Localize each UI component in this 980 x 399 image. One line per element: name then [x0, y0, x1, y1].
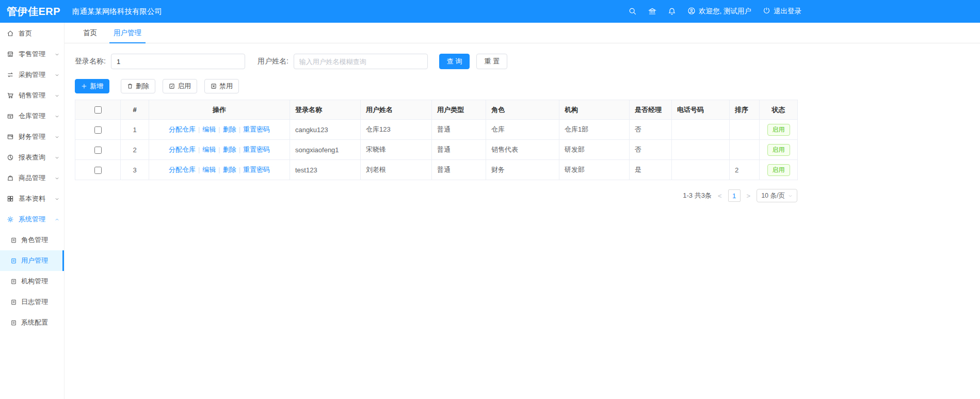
select-all-checkbox[interactable]: [94, 106, 102, 114]
sidebar-item-retail[interactable]: 零售管理: [0, 44, 64, 65]
sidebar-item-system-config[interactable]: 系统配置: [0, 312, 64, 333]
delete-link[interactable]: 删除: [223, 166, 236, 173]
sidebar-item-home[interactable]: 首页: [0, 23, 64, 44]
cell-type: 普通: [432, 160, 486, 180]
box-icon: [7, 113, 14, 120]
delete-button-label: 删除: [136, 82, 149, 91]
page-size-value: 10 条/页: [761, 191, 785, 200]
link-separator: |: [239, 125, 240, 133]
user-table-wrap: # 操作 登录名称 用户姓名 用户类型 角色 机构 是否经理 电话号码 排序 状…: [75, 100, 970, 180]
search-icon[interactable]: [629, 7, 637, 15]
logout-button[interactable]: 退出登录: [763, 7, 801, 16]
sidebar-item-warehouse[interactable]: 仓库管理: [0, 106, 64, 126]
sidebar-item-log-management[interactable]: 日志管理: [0, 292, 64, 312]
table-header-row: # 操作 登录名称 用户姓名 用户类型 角色 机构 是否经理 电话号码 排序 状…: [75, 100, 798, 120]
edit-link[interactable]: 编辑: [202, 166, 216, 173]
assign-warehouse-link[interactable]: 分配仓库: [169, 146, 196, 153]
sidebar-item-label: 日志管理: [21, 297, 48, 307]
pie-chart-icon: [7, 154, 14, 161]
sidebar-item-purchase[interactable]: 采购管理: [0, 65, 64, 85]
trash-icon: [127, 83, 133, 89]
prev-page-button[interactable]: <: [717, 192, 723, 200]
chevron-down-icon: [55, 135, 59, 139]
sidebar-item-basic-data[interactable]: 基本资料: [0, 188, 64, 209]
row-checkbox[interactable]: [94, 126, 102, 134]
link-separator: |: [198, 146, 200, 153]
status-badge: 启用: [767, 164, 790, 176]
status-badge: 启用: [767, 144, 790, 156]
welcome-text: 欢迎您, 测试用户: [699, 7, 751, 16]
col-sort: 排序: [730, 100, 760, 120]
current-page-button[interactable]: 1: [728, 189, 741, 202]
sidebar-item-label: 用户管理: [21, 256, 48, 265]
col-role: 角色: [486, 100, 559, 120]
col-manager: 是否经理: [630, 100, 672, 120]
sidebar-item-sales[interactable]: 销售管理: [0, 85, 64, 106]
user-name-input[interactable]: [294, 54, 428, 69]
table-row: 2 分配仓库|编辑|删除|重置密码 songxiaofeng1 宋晓锋 普通 销…: [75, 140, 798, 160]
table-row: 3 分配仓库|编辑|删除|重置密码 test123 刘老根 普通 财务 研发部 …: [75, 160, 798, 180]
bank-icon[interactable]: [648, 7, 656, 15]
sidebar-item-label: 财务管理: [19, 132, 45, 141]
sidebar-item-user-management[interactable]: 用户管理: [0, 250, 64, 271]
next-page-button[interactable]: >: [746, 192, 752, 200]
tab-home[interactable]: 首页: [75, 23, 105, 43]
disable-button-label: 禁用: [219, 82, 233, 91]
logout-text: 退出登录: [774, 7, 801, 16]
delete-link[interactable]: 删除: [223, 146, 236, 153]
sidebar-item-org-management[interactable]: 机构管理: [0, 271, 64, 292]
reset-button[interactable]: 重 置: [476, 54, 507, 69]
search-button[interactable]: 查 询: [439, 54, 470, 69]
link-separator: |: [239, 166, 240, 173]
page-size-select[interactable]: 10 条/页: [757, 189, 797, 202]
reset-password-link[interactable]: 重置密码: [243, 166, 270, 173]
user-name-label: 用户姓名:: [258, 57, 288, 66]
cell-phone: [672, 160, 730, 180]
add-button-label: 新增: [90, 82, 103, 91]
sidebar: 首页 零售管理 采购管理 销售管理: [0, 23, 65, 399]
edit-link[interactable]: 编辑: [202, 125, 216, 133]
bell-icon[interactable]: [668, 7, 676, 15]
row-checkbox[interactable]: [94, 167, 102, 174]
cell-org: 研发部: [559, 140, 630, 160]
reset-password-link[interactable]: 重置密码: [243, 125, 270, 133]
link-separator: |: [198, 125, 200, 133]
delete-button[interactable]: 删除: [121, 79, 155, 93]
sidebar-item-label: 采购管理: [19, 70, 45, 79]
cell-index: 1: [121, 120, 149, 140]
sidebar-item-system[interactable]: 系统管理: [0, 209, 64, 230]
cell-org: 仓库1部: [559, 120, 630, 140]
grid-icon: [7, 195, 14, 202]
cell-actions: 分配仓库|编辑|删除|重置密码: [149, 120, 290, 140]
sidebar-item-role-management[interactable]: 角色管理: [0, 230, 64, 250]
user-icon: [687, 7, 696, 17]
shop-icon: [7, 51, 14, 58]
chevron-down-icon: [788, 194, 793, 198]
document-icon: [10, 299, 17, 306]
tab-user-management[interactable]: 用户管理: [105, 23, 150, 43]
filter-row: 登录名称: 用户姓名: 查 询 重 置: [75, 54, 970, 69]
assign-warehouse-link[interactable]: 分配仓库: [169, 125, 196, 133]
assign-warehouse-link[interactable]: 分配仓库: [169, 166, 196, 173]
disable-button[interactable]: 禁用: [204, 79, 239, 93]
cell-type: 普通: [432, 140, 486, 160]
sidebar-item-label: 报表查询: [19, 153, 45, 162]
edit-link[interactable]: 编辑: [202, 146, 216, 153]
delete-link[interactable]: 删除: [223, 125, 236, 133]
sidebar-item-finance[interactable]: 财务管理: [0, 126, 64, 147]
reset-password-link[interactable]: 重置密码: [243, 146, 270, 153]
enable-button[interactable]: 启用: [163, 79, 197, 93]
col-type: 用户类型: [432, 100, 486, 120]
row-checkbox[interactable]: [94, 147, 102, 154]
cell-name: 仓库123: [361, 120, 432, 140]
cell-role: 销售代表: [486, 140, 559, 160]
add-button[interactable]: 新增: [75, 79, 109, 93]
login-name-input[interactable]: [111, 54, 245, 69]
link-separator: |: [239, 146, 240, 153]
sidebar-item-label: 商品管理: [19, 173, 45, 183]
welcome-user[interactable]: 欢迎您, 测试用户: [687, 7, 751, 17]
login-name-label: 登录名称:: [75, 57, 106, 66]
gear-icon: [7, 216, 14, 223]
sidebar-item-goods[interactable]: 商品管理: [0, 168, 64, 188]
sidebar-item-reports[interactable]: 报表查询: [0, 147, 64, 168]
